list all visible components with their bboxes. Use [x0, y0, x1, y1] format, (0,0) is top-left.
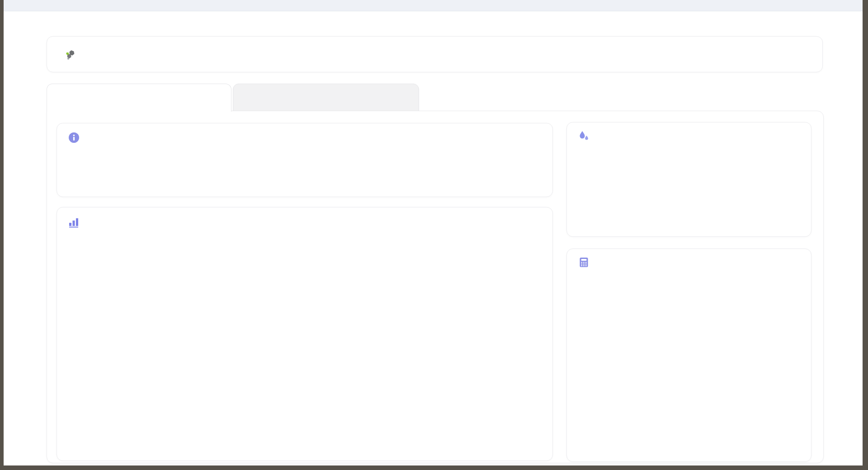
- viscosity-shear-chart: [57, 207, 552, 461]
- graph-card: [57, 207, 553, 461]
- ubiosis-logo-icon: [66, 49, 76, 60]
- titlebar: [4, 0, 863, 11]
- app-window: [4, 0, 863, 465]
- header-card: [47, 36, 823, 72]
- file-info-card: [57, 123, 553, 197]
- shear-viscosity-card: [566, 249, 811, 462]
- tab-result[interactable]: [47, 84, 231, 112]
- close-icon[interactable]: [842, 1, 853, 10]
- info-icon: [69, 132, 79, 143]
- blood-viscosity-card: [566, 122, 811, 237]
- calculator-icon: [579, 257, 589, 268]
- ubiosis-logo: [66, 49, 79, 60]
- droplets-icon: [579, 131, 589, 141]
- tab-raw-data[interactable]: [233, 84, 419, 112]
